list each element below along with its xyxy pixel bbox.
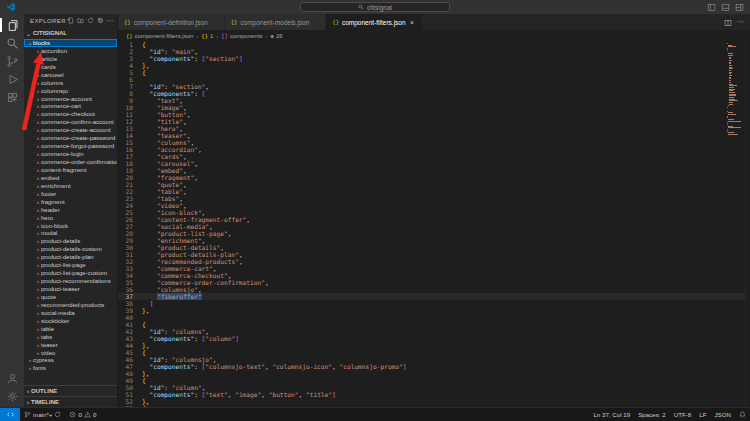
tree-item-video[interactable]: ›video [24, 349, 117, 357]
code-line[interactable]: 7 "id": "section", [118, 83, 750, 90]
code-line[interactable]: 28 "product-list-page", [118, 230, 750, 237]
code-line[interactable]: 19 "embed", [118, 167, 750, 174]
code-line[interactable]: 49{ [118, 377, 750, 384]
run-debug-icon[interactable] [0, 70, 24, 88]
code-line[interactable]: 52}, [118, 398, 750, 405]
tree-item-teaser[interactable]: ›teaser [24, 341, 117, 349]
tree-item-footer[interactable]: ›footer [24, 190, 117, 198]
tree-item-product-teaser[interactable]: ›product-teaser [24, 285, 117, 293]
encoding-status[interactable]: UTF-8 [670, 411, 696, 418]
git-branch-status[interactable]: main*+ [20, 408, 65, 421]
code-line[interactable]: 44}, [118, 342, 750, 349]
code-line[interactable]: 6 [118, 76, 750, 83]
tree-item-product-recommendations[interactable]: ›product-recommendations [24, 277, 117, 285]
tree-item-columns[interactable]: ›columns [24, 79, 117, 87]
indentation-status[interactable]: Spaces: 2 [634, 411, 670, 418]
tree-item-commerce-checkout[interactable]: ›commerce-checkout [24, 110, 117, 118]
language-mode[interactable]: JSON [710, 411, 735, 418]
tree-item-commerce-forgot-password[interactable]: ›commerce-forgot-password [24, 142, 117, 150]
tree-item-table[interactable]: ›table [24, 325, 117, 333]
code-line[interactable]: 24 "video", [118, 202, 750, 209]
timeline-section[interactable]: › TIMELINE [24, 396, 117, 407]
tree-item-product-details[interactable]: ›product-details [24, 237, 117, 245]
tree-item-article[interactable]: ›article [24, 55, 117, 63]
refresh-icon[interactable] [86, 17, 94, 25]
new-folder-icon[interactable] [76, 17, 84, 25]
cursor-position[interactable]: Ln 37, Col 19 [589, 411, 634, 418]
tree-item-commerce-order-confirmation[interactable]: ›commerce-order-confirmation [24, 158, 117, 166]
code-line[interactable]: 47 "components": ["columnsjo-text", "col… [118, 363, 750, 370]
code-line[interactable]: 50 "id": "column", [118, 384, 750, 391]
tree-item-product-list-page[interactable]: ›product-list-page [24, 261, 117, 269]
problems-status[interactable]: 0 0 [65, 408, 100, 421]
code-line[interactable]: 38 ] [118, 300, 750, 307]
code-line[interactable]: 25 "icon-block", [118, 209, 750, 216]
tree-item-quote[interactable]: ›quote [24, 293, 117, 301]
code-line[interactable]: 11 "button", [118, 111, 750, 118]
code-line[interactable]: 53{ [118, 405, 750, 407]
code-line[interactable]: 34 "commerce-checkout", [118, 272, 750, 279]
code-line[interactable]: 39}, [118, 307, 750, 314]
code-line[interactable]: 40 [118, 314, 750, 321]
tree-item-modal[interactable]: ›modal [24, 230, 117, 238]
breadcrumb-item[interactable]: {}1 [201, 33, 213, 39]
search-icon[interactable] [0, 34, 24, 52]
tree-item-social-media[interactable]: ›social-media [24, 309, 117, 317]
source-control-icon[interactable] [0, 52, 24, 70]
code-line[interactable]: 8 "components": [ [118, 90, 750, 97]
tab-component-models.json[interactable]: {}component-models.json× [225, 14, 327, 30]
code-line[interactable]: 27 "social-media", [118, 223, 750, 230]
tree-item-fragment[interactable]: ›fragment [24, 198, 117, 206]
code-line[interactable]: 29 "enrichment", [118, 237, 750, 244]
new-file-icon[interactable] [66, 17, 74, 25]
tree-item-accordion[interactable]: ›accordion [24, 47, 117, 55]
code-line[interactable]: 41{ [118, 321, 750, 328]
collapse-all-icon[interactable] [96, 17, 104, 25]
code-line[interactable]: 31 "product-details-plan", [118, 251, 750, 258]
tree-item-enrichment[interactable]: ›enrichment [24, 182, 117, 190]
tree-item-hero[interactable]: ›hero [24, 214, 117, 222]
code-line[interactable]: 15 "columns", [118, 139, 750, 146]
code-line[interactable]: 46 "id": "columnsjo", [118, 356, 750, 363]
code-line[interactable]: 5{ [118, 69, 750, 76]
close-tab-icon[interactable]: × [409, 19, 416, 26]
code-editor[interactable]: 1{2 "id": "main",3 "components": ["secti… [118, 41, 750, 407]
code-line[interactable]: 42 "id": "columns", [118, 328, 750, 335]
code-line[interactable]: 22 "table", [118, 188, 750, 195]
files-icon[interactable] [0, 16, 24, 34]
tab-component-filters.json[interactable]: {}component-filters.json× [326, 14, 422, 30]
tree-item-fonts[interactable]: ›fonts [24, 364, 117, 372]
tree-item-commerce-create-password[interactable]: ›commerce-create-password [24, 134, 117, 142]
code-line[interactable]: 14 "teaser", [118, 132, 750, 139]
tree-item-product-details-plan[interactable]: ›product-details-plan [24, 253, 117, 261]
tree-item-header[interactable]: ›header [24, 206, 117, 214]
code-line[interactable]: 45{ [118, 349, 750, 356]
account-icon[interactable] [0, 369, 24, 387]
code-line[interactable]: 16 "accordion", [118, 146, 750, 153]
breadcrumb-item[interactable]: ≡26 [271, 33, 283, 39]
code-line[interactable]: 4}, [118, 62, 750, 69]
tree-item-cards[interactable]: ›cards [24, 63, 117, 71]
code-line[interactable]: 9 "text", [118, 97, 750, 104]
code-line[interactable]: 3 "components": ["section"] [118, 55, 750, 62]
tree-item-product-list-page-custom[interactable]: ›product-list-page-custom [24, 269, 117, 277]
code-line[interactable]: 17 "cards", [118, 153, 750, 160]
remote-indicator[interactable] [0, 408, 20, 421]
code-line[interactable]: 10 "image", [118, 104, 750, 111]
code-line[interactable]: 51 "components": ["text", "image", "butt… [118, 391, 750, 398]
breadcrumb-item[interactable]: {}component-filters.json [126, 33, 193, 39]
tree-item-carousel[interactable]: ›carousel [24, 71, 117, 79]
code-line[interactable]: 43 "components": ["column"] [118, 335, 750, 342]
tab-component-definition.json[interactable]: {}component-definition.json× [118, 14, 225, 30]
code-line[interactable]: 36 "columnsjo", [118, 286, 750, 293]
notifications-bell[interactable] [735, 411, 750, 419]
command-center-search[interactable]: citisignal [300, 2, 450, 12]
tree-item-commerce-login[interactable]: ›commerce-login [24, 150, 117, 158]
tree-item-commerce-confirm-account[interactable]: ›commerce-confirm-account [24, 118, 117, 126]
ellipsis-icon[interactable]: ⋯ [106, 17, 114, 25]
extensions-icon[interactable] [0, 88, 24, 106]
tree-item-cypress[interactable]: ›cypress [24, 357, 117, 365]
tree-item-commerce-account[interactable]: ›commerce-account [24, 95, 117, 103]
code-line[interactable]: 23 "tabs", [118, 195, 750, 202]
tree-item-stockticker[interactable]: ›stockticker [24, 317, 117, 325]
